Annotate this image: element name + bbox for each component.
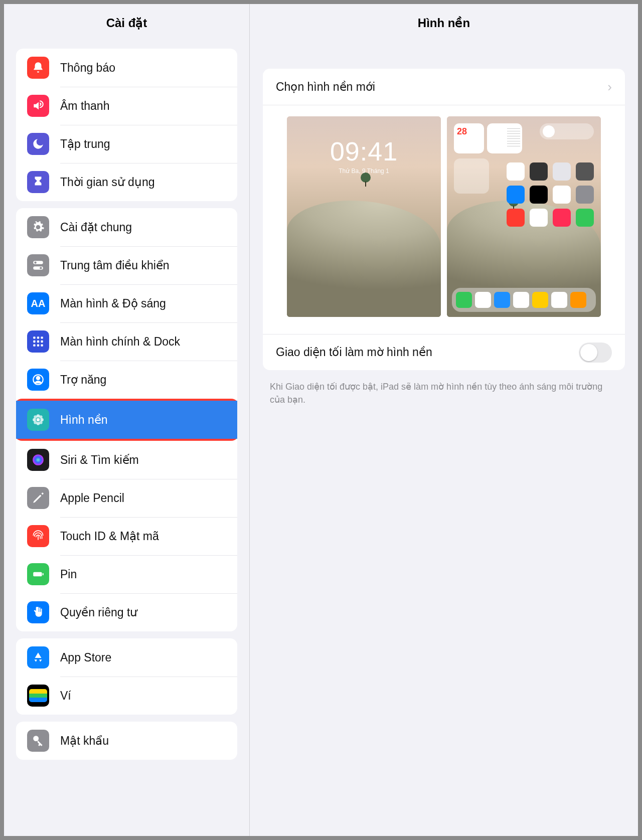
dark-dims-wallpaper-row[interactable]: Giao diện tối làm mờ hình nền: [263, 334, 625, 370]
app-icon: [576, 186, 594, 204]
sidebar-item-label: Mật khẩu: [60, 734, 109, 748]
choose-new-wallpaper-row[interactable]: Chọn hình nền mới ›: [263, 69, 625, 105]
detail-header: Hình nền: [250, 4, 638, 42]
sidebar-group: Thông báoÂm thanhTập trungThời gian sử d…: [16, 49, 237, 201]
app-icon: [507, 162, 525, 181]
sidebar-item-label: Màn hình & Độ sáng: [60, 297, 166, 310]
person-icon: [27, 369, 49, 391]
svg-point-15: [37, 418, 40, 422]
moon-icon: [27, 133, 49, 155]
detail-pane: Hình nền Chọn hình nền mới › 09:41 Thứ B…: [250, 4, 638, 836]
svg-point-23: [39, 421, 43, 424]
svg-rect-10: [33, 344, 35, 346]
sidebar-item-label: Quyền riêng tư: [60, 606, 137, 619]
siri-icon: [27, 449, 49, 471]
sidebar-item-privacy[interactable]: Quyền riêng tư: [16, 593, 237, 631]
fingerprint-icon: [27, 525, 49, 547]
app-icon: [576, 162, 594, 181]
calendar-widget: 28: [454, 123, 484, 153]
appstore-icon: [27, 646, 49, 668]
svg-rect-12: [41, 344, 43, 346]
wallpaper-card: Chọn hình nền mới › 09:41 Thứ Ba, 9 Thán…: [263, 69, 625, 370]
dock-app-icon: [513, 292, 529, 308]
svg-point-21: [39, 415, 43, 419]
sidebar-item-notifications[interactable]: Thông báo: [16, 49, 237, 87]
lock-preview-date: Thứ Ba, 9 Tháng 1: [339, 167, 389, 175]
svg-rect-9: [41, 341, 43, 343]
sidebar-item-display[interactable]: AAMàn hình & Độ sáng: [16, 284, 237, 322]
sidebar-group: Cài đặt chungTrung tâm điều khiểnAAMàn h…: [16, 208, 237, 631]
sidebar-item-screentime[interactable]: Thời gian sử dụng: [16, 163, 237, 201]
home-screen-preview[interactable]: 28: [447, 116, 601, 317]
sidebar-item-label: Trung tâm điều khiển: [60, 259, 170, 272]
battery-icon: [27, 563, 49, 585]
app-icon: [553, 209, 571, 227]
svg-rect-25: [33, 572, 42, 577]
sidebar-item-label: Thời gian sử dụng: [60, 176, 154, 189]
sidebar-item-home-dock[interactable]: Màn hình chính & Dock: [16, 322, 237, 361]
highlight-frame: Hình nền: [16, 399, 237, 441]
sidebar-item-label: Touch ID & Mật mã: [60, 530, 159, 543]
sidebar-item-passwords[interactable]: Mật khẩu: [16, 722, 237, 760]
wallet-icon: [27, 685, 49, 707]
sidebar-item-label: Màn hình chính & Dock: [60, 335, 180, 349]
flower-icon: [27, 409, 49, 431]
sidebar-item-label: Âm thanh: [60, 99, 109, 113]
sidebar-group: App StoreVí: [16, 638, 237, 715]
sidebar-item-appstore[interactable]: App Store: [16, 638, 237, 677]
hand-icon: [27, 601, 49, 623]
sidebar-item-label: Apple Pencil: [60, 491, 124, 505]
svg-rect-7: [33, 341, 35, 343]
grid-icon: [27, 330, 49, 353]
sidebar-item-label: Pin: [60, 568, 77, 581]
svg-rect-5: [37, 337, 39, 339]
dock-app-icon: [570, 292, 586, 308]
calendar-month-widget: [487, 123, 522, 153]
detail-title: Hình nền: [418, 16, 470, 30]
dock-app-icon: [456, 292, 472, 308]
page-dots-widget: [540, 123, 594, 139]
svg-point-24: [33, 454, 44, 465]
dark-dims-wallpaper-toggle[interactable]: [579, 343, 612, 363]
sidebar-item-label: Siri & Tìm kiếm: [60, 453, 139, 467]
app-icon: [530, 209, 548, 227]
svg-rect-11: [37, 344, 39, 346]
dark-dims-footnote: Khi Giao diện tối được bật, iPad sẽ làm …: [270, 380, 618, 406]
dock-app-icon: [551, 292, 567, 308]
sidebar-header: Cài đặt: [4, 4, 249, 42]
sidebar-item-focus[interactable]: Tập trung: [16, 125, 237, 163]
bell-icon: [27, 57, 49, 79]
sidebar-item-battery[interactable]: Pin: [16, 555, 237, 593]
choose-new-wallpaper-label: Chọn hình nền mới: [276, 80, 607, 94]
sidebar-item-siri[interactable]: Siri & Tìm kiếm: [16, 441, 237, 479]
sidebar-item-label: Ví: [60, 689, 71, 703]
pencil-icon: [27, 487, 49, 509]
svg-rect-6: [41, 337, 43, 339]
sidebar-item-sound[interactable]: Âm thanh: [16, 87, 237, 125]
key-icon: [27, 730, 49, 752]
lock-screen-preview[interactable]: 09:41 Thứ Ba, 9 Tháng 1: [287, 116, 441, 317]
svg-point-22: [34, 421, 37, 424]
gear-icon: [27, 216, 49, 238]
dock-app-icon: [532, 292, 548, 308]
svg-rect-26: [43, 573, 44, 575]
sidebar-item-control-center[interactable]: Trung tâm điều khiển: [16, 246, 237, 284]
sidebar-item-wallpaper[interactable]: Hình nền: [16, 401, 237, 439]
sidebar-title: Cài đặt: [106, 16, 147, 30]
app-icon: [507, 209, 525, 227]
svg-point-20: [34, 415, 37, 419]
sidebar-item-touchid[interactable]: Touch ID & Mật mã: [16, 517, 237, 555]
sidebar-item-general[interactable]: Cài đặt chung: [16, 208, 237, 246]
sidebar-group: Mật khẩu: [16, 722, 237, 760]
sidebar-item-pencil[interactable]: Apple Pencil: [16, 479, 237, 517]
sidebar-item-accessibility[interactable]: Trợ năng: [16, 361, 237, 399]
sidebar-item-wallet[interactable]: Ví: [16, 677, 237, 715]
dock-app-icon: [494, 292, 510, 308]
dock: [452, 288, 596, 312]
svg-point-3: [40, 267, 42, 269]
sidebar-item-label: Cài đặt chung: [60, 221, 132, 234]
app-icon: [553, 186, 571, 204]
svg-rect-8: [37, 341, 39, 343]
dark-dims-wallpaper-label: Giao diện tối làm mờ hình nền: [276, 346, 579, 359]
sidebar-item-label: Trợ năng: [60, 373, 106, 387]
